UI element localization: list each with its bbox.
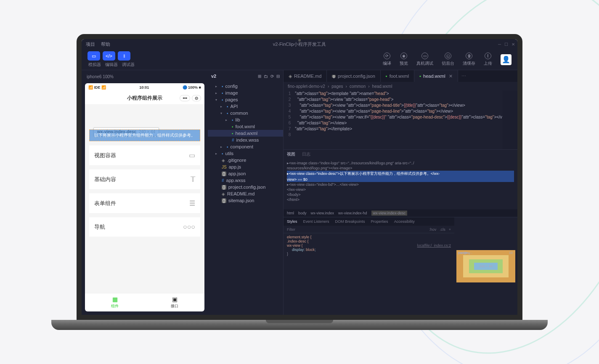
close-app-button[interactable]: ⊙ — [192, 95, 201, 101]
new-file-icon[interactable]: ⊞ — [258, 74, 261, 79]
maximize-icon[interactable]: ☐ — [504, 42, 508, 47]
tree-item[interactable]: ▪head.wxml — [208, 130, 283, 137]
menu-project[interactable]: 项目 — [86, 41, 95, 47]
upload-icon: ↥ — [485, 53, 491, 59]
breadcrumb[interactable]: fino-applet-demo-v2›pages›common›head.wx… — [284, 82, 517, 90]
dom-crumb[interactable]: wx-view.index — [311, 211, 334, 215]
tree-item[interactable]: {}app.json — [208, 170, 283, 177]
clear-cache-button[interactable]: 🗑清缓存 — [463, 53, 475, 66]
dt-tab-log[interactable]: 日志 — [302, 151, 310, 157]
item-icon: ▭ — [189, 151, 195, 159]
styles-tab[interactable]: Event Listeners — [303, 219, 329, 224]
project-name: v2 — [211, 74, 216, 79]
dom-crumb[interactable]: wx-view.index-desc — [371, 211, 408, 216]
list-item[interactable]: 表单组件☰ — [89, 193, 200, 213]
laptop-frame: 项目 帮助 v2-FinClip小程序开发工具 ─ ☐ ✕ ▭ </> ⫴ 模拟… — [77, 34, 522, 330]
tree-item[interactable]: #app.wxss — [208, 177, 283, 184]
code-editor[interactable]: 12345678 "attr">class="tag"><template "a… — [284, 90, 517, 149]
editor-toggle-button[interactable]: </> — [103, 51, 115, 61]
device-info[interactable]: iphone6 100% — [85, 74, 204, 80]
tree-item[interactable]: ▸▪image — [208, 90, 283, 96]
collapse-icon[interactable]: ⊟ — [276, 74, 280, 79]
tree-item[interactable]: ▸▪API — [208, 103, 283, 110]
status-signal: 📶 IDE 📶 — [88, 85, 106, 90]
tree-item[interactable]: ▾▪common — [208, 110, 283, 116]
styles-tab[interactable]: Styles — [287, 219, 297, 224]
status-time: 10:01 — [139, 85, 149, 90]
refresh-icon[interactable]: ⟳ — [270, 74, 274, 79]
tab-components[interactable]: ▦组件 — [85, 293, 145, 311]
editor-tab[interactable]: {}project.config.json — [327, 70, 380, 82]
dom-crumb[interactable]: html — [287, 211, 294, 215]
phone-icon: ▭ — [421, 53, 428, 59]
tree-item[interactable]: ▾▪pages — [208, 96, 283, 103]
simulator-panel: iphone6 100% 📶 IDE 📶 10:01 🔵 100% ■ 小程序组… — [82, 70, 208, 315]
styles-filter[interactable]: Filter — [287, 227, 295, 232]
app-title: 小程序组件展示 — [127, 95, 162, 102]
list-item[interactable]: 导航○○○ — [89, 217, 200, 237]
tree-item[interactable]: {}project.config.json — [208, 184, 283, 190]
list-item[interactable]: 基础内容𝕋 — [89, 169, 200, 189]
compile-button[interactable]: ⟳编译 — [383, 53, 391, 66]
styles-tab[interactable]: DOM Breakpoints — [335, 219, 365, 224]
editor-tabs: ◈README.md{}project.config.json▪foot.wxm… — [284, 70, 517, 82]
upload-button[interactable]: ↥上传 — [484, 53, 492, 66]
tree-item[interactable]: ▸▪config — [208, 83, 283, 90]
remote-debug-button[interactable]: ▭真机调试 — [416, 53, 433, 66]
cpu-icon: ▣ — [172, 296, 178, 303]
grid-icon: ▦ — [112, 296, 118, 303]
close-tab-icon[interactable]: ✕ — [449, 74, 453, 79]
tree-item[interactable]: #index.wxss — [208, 137, 283, 143]
simulator-toggle-button[interactable]: ▭ — [87, 51, 100, 61]
item-icon: ☰ — [189, 199, 195, 207]
dom-crumb[interactable]: body — [298, 211, 307, 215]
tree-item[interactable]: ▪foot.wxml — [208, 123, 283, 130]
minimize-icon[interactable]: ─ — [498, 42, 501, 47]
add-rule-button[interactable]: + — [449, 227, 451, 232]
tree-item[interactable]: JSapp.js — [208, 164, 283, 170]
status-battery: 🔵 100% ■ — [183, 85, 201, 90]
window-title: v2-FinClip小程序开发工具 — [273, 41, 326, 47]
editor-tab[interactable]: ▪head.wxml✕ — [414, 70, 458, 82]
highlighted-element[interactable]: 以下将展示小程序官方组件能力，组件样式仅供参考。 — [89, 129, 200, 141]
tree-item[interactable]: {}sitemap.json — [208, 197, 283, 204]
close-icon[interactable]: ✕ — [512, 42, 515, 47]
tree-item[interactable]: ▸▪lib — [208, 116, 283, 123]
debugger-toggle-button[interactable]: ⫴ — [118, 51, 130, 61]
styles-tab[interactable]: Properties — [371, 219, 388, 224]
css-rules[interactable]: element.style {.index-desc {</span></div… — [284, 233, 454, 258]
background-button[interactable]: ◱切后台 — [442, 53, 454, 66]
hov-toggle[interactable]: :hov — [429, 227, 436, 232]
minimap[interactable] — [502, 90, 517, 149]
dom-panel[interactable]: ▸<wx-image class="index-logo" src="../re… — [284, 159, 517, 209]
dt-tab-view[interactable]: 视图 — [287, 151, 295, 157]
compile-icon: ⟳ — [384, 53, 390, 59]
devtools: 视图 日志 ▸<wx-image class="index-logo" src=… — [284, 149, 517, 315]
list-item[interactable]: 视图容器▭ — [89, 145, 200, 165]
tree-item[interactable]: ◈.gitignore — [208, 157, 283, 164]
tree-item[interactable]: ▸▪utils — [208, 150, 283, 157]
background-icon: ◱ — [445, 53, 451, 59]
item-icon: 𝕋 — [191, 175, 195, 183]
editor-tab[interactable]: ▪foot.wxml — [381, 70, 414, 82]
tree-item[interactable]: ▸▪component — [208, 143, 283, 150]
dom-crumb[interactable]: wx-view.index-hd — [338, 211, 367, 215]
dom-breadcrumb[interactable]: htmlbodywx-view.indexwx-view.index-hdwx-… — [284, 209, 517, 217]
cls-toggle[interactable]: .cls — [440, 227, 445, 232]
trash-icon: 🗑 — [466, 53, 472, 59]
eye-icon: ◉ — [400, 53, 407, 59]
simulator-label: 模拟器 — [88, 62, 101, 68]
styles-tab[interactable]: Accessibility — [394, 219, 415, 224]
menu-help[interactable]: 帮助 — [101, 41, 110, 47]
new-folder-icon[interactable]: 🗀 — [264, 74, 268, 79]
more-button[interactable]: ••• — [180, 95, 190, 101]
tree-item[interactable]: ◈README.md — [208, 190, 283, 197]
tabs-more-icon[interactable]: ⋯ — [458, 74, 469, 79]
avatar[interactable]: 👤 — [501, 54, 512, 65]
debugger-label: 调试器 — [122, 62, 135, 68]
tab-api[interactable]: ▣接口 — [145, 293, 204, 311]
editor-tab[interactable]: ◈README.md — [284, 70, 327, 82]
phone-preview: 📶 IDE 📶 10:01 🔵 100% ■ 小程序组件展示 ••• ⊙ wx-… — [85, 83, 204, 311]
item-icon: ○○○ — [183, 223, 195, 231]
preview-button[interactable]: ◉预览 — [400, 53, 408, 66]
